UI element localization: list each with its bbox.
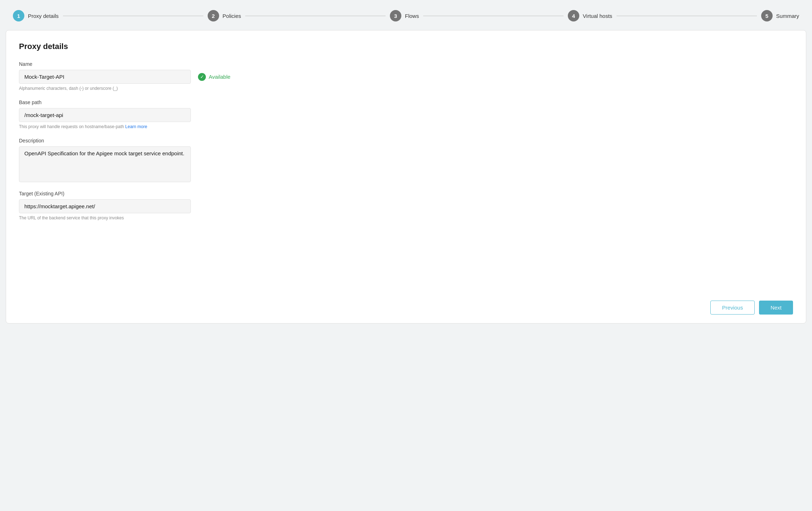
step-2-label: Policies <box>223 13 241 19</box>
check-icon: ✓ <box>198 73 206 81</box>
name-field-group: Name ✓ Available Alphanumeric characters… <box>19 61 793 91</box>
step-line-3 <box>423 16 564 16</box>
step-line-4 <box>617 16 757 16</box>
description-field-group: Description OpenAPI Specification for th… <box>19 138 793 182</box>
description-label: Description <box>19 138 793 143</box>
step-3[interactable]: 3 Flows <box>390 10 419 21</box>
target-hint: The URL of the backend service that this… <box>19 215 793 220</box>
step-4-circle: 4 <box>568 10 579 21</box>
step-4-label: Virtual hosts <box>583 13 612 19</box>
step-1-label: Proxy details <box>28 13 59 19</box>
previous-button[interactable]: Previous <box>710 301 755 315</box>
description-input[interactable]: OpenAPI Specification for the Apigee moc… <box>19 146 191 182</box>
name-hint: Alphanumeric characters, dash (-) or und… <box>19 86 793 91</box>
step-line-1 <box>63 16 203 16</box>
step-5[interactable]: 5 Summary <box>761 10 799 21</box>
basepath-field-group: Base path This proxy will handle request… <box>19 99 793 129</box>
next-button[interactable]: Next <box>759 301 793 315</box>
step-5-circle: 5 <box>761 10 773 21</box>
step-3-label: Flows <box>405 13 419 19</box>
target-label: Target (Existing API) <box>19 191 793 196</box>
available-badge: ✓ Available <box>198 73 231 81</box>
step-4[interactable]: 4 Virtual hosts <box>568 10 612 21</box>
step-5-label: Summary <box>776 13 799 19</box>
name-row: ✓ Available <box>19 70 793 84</box>
available-text: Available <box>209 74 231 80</box>
page-title: Proxy details <box>19 42 793 51</box>
basepath-label: Base path <box>19 99 793 105</box>
basepath-hint-text: This proxy will handle requests on hostn… <box>19 124 124 129</box>
stepper: 1 Proxy details 2 Policies 3 Flows 4 Vir… <box>6 6 806 26</box>
step-1-circle: 1 <box>13 10 24 21</box>
step-line-2 <box>245 16 386 16</box>
name-input[interactable] <box>19 70 191 84</box>
main-card: Proxy details Name ✓ Available Alphanume… <box>6 30 806 323</box>
name-label: Name <box>19 61 793 67</box>
target-input[interactable] <box>19 199 191 213</box>
step-2[interactable]: 2 Policies <box>208 10 241 21</box>
learn-more-link[interactable]: Learn more <box>125 124 147 129</box>
basepath-hint: This proxy will handle requests on hostn… <box>19 124 793 129</box>
target-field-group: Target (Existing API) The URL of the bac… <box>19 191 793 220</box>
step-2-circle: 2 <box>208 10 219 21</box>
step-3-circle: 3 <box>390 10 401 21</box>
step-1[interactable]: 1 Proxy details <box>13 10 59 21</box>
button-row: Previous Next <box>710 301 793 315</box>
basepath-input[interactable] <box>19 108 191 122</box>
